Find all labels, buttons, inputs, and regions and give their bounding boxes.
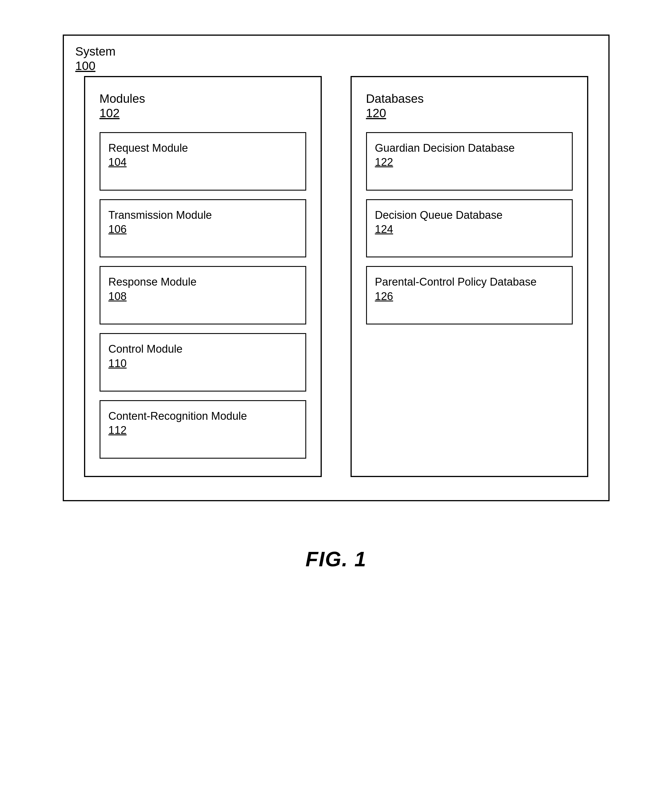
- databases-label-num: 120: [366, 106, 573, 120]
- db-queue-num: 124: [375, 222, 564, 237]
- inner-layout: Modules 102 Request Module 104 Transmiss…: [84, 76, 588, 477]
- modules-column-box: Modules 102 Request Module 104 Transmiss…: [84, 76, 322, 477]
- diagram-area: System 100 Modules 102 Request Module 10…: [63, 35, 610, 571]
- module-control-label: Control Module: [109, 342, 297, 356]
- module-control-box: Control Module 110: [100, 333, 306, 391]
- module-content-box: Content-Recognition Module 112: [100, 400, 306, 458]
- databases-column-box: Databases 120 Guardian Decision Database…: [350, 76, 588, 477]
- databases-label-text: Databases: [366, 92, 573, 106]
- module-request-num: 104: [109, 155, 297, 169]
- db-parental-num: 126: [375, 289, 564, 304]
- db-guardian-num: 122: [375, 155, 564, 169]
- module-request-box: Request Module 104: [100, 132, 306, 191]
- db-queue-box: Decision Queue Database 124: [366, 199, 573, 258]
- db-queue-label: Decision Queue Database: [375, 208, 564, 222]
- module-content-num: 112: [109, 423, 297, 437]
- module-content-label: Content-Recognition Module: [109, 409, 297, 423]
- module-request-label: Request Module: [109, 141, 297, 155]
- modules-label-num: 102: [100, 106, 306, 120]
- db-guardian-box: Guardian Decision Database 122: [366, 132, 573, 191]
- db-parental-label: Parental-Control Policy Database: [375, 275, 564, 289]
- module-transmission-num: 106: [109, 222, 297, 237]
- module-transmission-box: Transmission Module 106: [100, 199, 306, 258]
- module-response-label: Response Module: [109, 275, 297, 289]
- modules-column-label: Modules 102: [100, 92, 306, 121]
- module-response-num: 108: [109, 289, 297, 304]
- modules-label-text: Modules: [100, 92, 306, 106]
- page-container: System 100 Modules 102 Request Module 10…: [23, 23, 649, 786]
- system-number: 100: [75, 59, 116, 73]
- databases-column-label: Databases 120: [366, 92, 573, 121]
- db-parental-box: Parental-Control Policy Database 126: [366, 266, 573, 324]
- system-title: System: [75, 44, 116, 59]
- module-transmission-label: Transmission Module: [109, 208, 297, 222]
- module-control-num: 110: [109, 356, 297, 371]
- db-guardian-label: Guardian Decision Database: [375, 141, 564, 155]
- system-label: System 100: [75, 44, 116, 74]
- system-box: System 100 Modules 102 Request Module 10…: [63, 35, 610, 501]
- figure-label: FIG. 1: [63, 547, 610, 571]
- module-response-box: Response Module 108: [100, 266, 306, 324]
